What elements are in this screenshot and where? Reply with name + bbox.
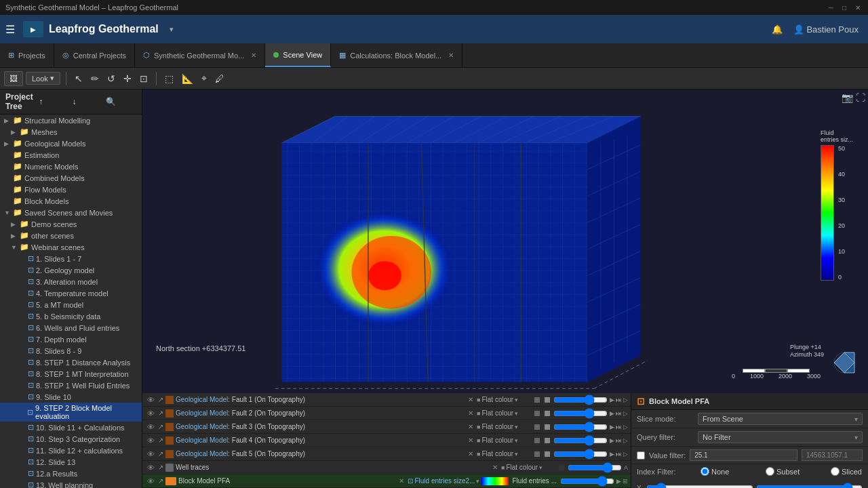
tab-calculations[interactable]: ▦ Calculations: Block Model... ✕ — [331, 43, 462, 67]
layer-play-icon[interactable]: ▶ — [610, 437, 614, 444]
layer-remove-button[interactable]: ✕ — [467, 409, 475, 417]
tab-central-projects[interactable]: ◎ Central Projects — [54, 43, 135, 67]
visibility-icon[interactable]: 👁 — [145, 436, 156, 445]
layer-opacity-slider[interactable] — [568, 462, 622, 473]
tree-geological-models[interactable]: ▶ 📁 Geological Models — [0, 138, 142, 149]
close-button[interactable]: ✕ — [853, 3, 863, 12]
layer-play-icon[interactable]: ▶ — [610, 424, 614, 430]
layer-step-icon[interactable]: ⏭ — [616, 410, 622, 417]
tab-scene-view[interactable]: Scene View — [265, 43, 331, 67]
tree-estimation[interactable]: 📁 Estimation — [0, 149, 142, 161]
rotate-tool[interactable]: ↺ — [104, 72, 118, 85]
layer-end-icon[interactable]: ▷ — [623, 437, 628, 444]
tree-wells-fluid[interactable]: ⊡ 6. Wells and Fluid entries — [0, 322, 142, 333]
layer-remove-button[interactable]: ✕ — [467, 436, 475, 444]
layer-fault2[interactable]: 👁 ↗ Geological Model: Fault 2 (On Topogr… — [142, 407, 631, 420]
layer-end-icon[interactable]: ▷ — [623, 410, 628, 417]
layer-color-swatch[interactable] — [165, 450, 174, 458]
index-subset-option[interactable]: Subset — [766, 467, 827, 476]
tree-depth-model[interactable]: ⊡ 7. Depth model — [0, 333, 142, 345]
tree-combined-models[interactable]: 📁 Combined Models — [0, 172, 142, 184]
layer-color-swatch[interactable] — [165, 464, 174, 472]
layer-remove-button[interactable]: ✕ — [467, 423, 475, 430]
visibility-icon[interactable]: 👁 — [145, 409, 156, 418]
camera-icon[interactable]: 📷 — [842, 92, 853, 103]
tab-projects[interactable]: ⊞ Projects — [0, 43, 54, 67]
tree-step1-distance[interactable]: ⊡ 8. STEP 1 Distance Analysis — [0, 357, 142, 368]
layer-step-icon[interactable]: ⏭ — [616, 437, 622, 444]
dropdown-arrow-icon[interactable]: ▾ — [170, 25, 174, 34]
tree-webinar-scenes[interactable]: ▼ 📁 Webinar scenes — [0, 241, 142, 253]
user-button[interactable]: 👤 Bastien Poux — [789, 23, 863, 36]
layer-opacity-slider[interactable] — [553, 435, 608, 446]
tree-structural-modelling[interactable]: ▶ 📁 Structural Modelling — [0, 115, 142, 126]
layer-block-model-pfa[interactable]: 👁 ↗ Block Model PFA ✕ ⊡ Fluid entries si… — [142, 474, 631, 488]
layer-remove-button[interactable]: ✕ — [467, 396, 475, 403]
layer-color-swatch[interactable] — [165, 423, 174, 431]
tree-numeric-models[interactable]: 📁 Numeric Models — [0, 161, 142, 172]
index-sliced-radio[interactable] — [831, 467, 840, 476]
layer-color-swatch[interactable] — [165, 436, 174, 445]
layer-type-dropdown[interactable]: ■ Flat colour ▾ — [477, 436, 531, 444]
tree-slide13[interactable]: ⊡ 12. Slide 13 — [0, 456, 142, 468]
move-tool[interactable]: ✛ — [121, 72, 134, 85]
value-filter-max[interactable]: 14563.1057.1 — [802, 449, 863, 461]
layer-step-icon[interactable]: ⏭ — [616, 424, 622, 430]
layer-remove-button[interactable]: ✕ — [467, 450, 475, 458]
nav-cube[interactable] — [827, 346, 861, 380]
sidebar-down-icon[interactable]: ↓ — [73, 97, 103, 106]
cursor-tool[interactable]: ↖ — [72, 72, 85, 85]
query-filter-dropdown[interactable]: No Filter ▾ — [698, 431, 863, 443]
layer-step-icon[interactable]: ⏭ — [616, 396, 622, 403]
layer-opacity-slider[interactable] — [560, 476, 614, 487]
tree-mt-model[interactable]: ⊡ 5. a MT model — [0, 299, 142, 310]
layer-end-icon[interactable]: ▷ — [623, 396, 628, 403]
tree-step3-categorization[interactable]: ⊡ 10. Step 3 Categorization — [0, 433, 142, 445]
layer-end-icon[interactable]: ▷ — [623, 451, 628, 458]
layer-fault4[interactable]: 👁 ↗ Geological Model: Fault 4 (On Topogr… — [142, 434, 631, 447]
tree-slides-1-7[interactable]: ⊡ 1. Slides 1 - 7 — [0, 253, 142, 264]
visibility-icon[interactable]: 👁 — [145, 396, 156, 404]
tree-demo-scenes[interactable]: ▶ 📁 Demo scenes — [0, 218, 142, 230]
tree-step1-mt[interactable]: ⊡ 8. STEP 1 MT Interpretation — [0, 368, 142, 380]
x-range-slider-2[interactable] — [756, 483, 863, 488]
tree-meshes[interactable]: ▶ 📁 Meshes — [0, 126, 142, 138]
expand-icon[interactable]: ⛶ — [856, 92, 865, 103]
tree-slide-10[interactable]: ⊡ 9. Slide 10 — [0, 391, 142, 403]
notification-button[interactable]: 🔔 — [768, 23, 787, 36]
layer-opacity-slider[interactable] — [553, 449, 608, 460]
look-button[interactable]: Look ▾ — [26, 72, 60, 85]
value-filter-checkbox[interactable] — [637, 451, 645, 460]
tree-results[interactable]: ⊡ 12.a Results — [0, 468, 142, 479]
layer-type-dropdown[interactable]: ■ Flat colour ▾ — [477, 450, 531, 458]
index-sliced-option[interactable]: Sliced — [831, 467, 868, 476]
layer-grid-icon[interactable]: ⊞ — [623, 478, 628, 485]
value-filter-min[interactable]: 25.1 — [690, 449, 797, 461]
layer-fault3[interactable]: 👁 ↗ Geological Model: Fault 3 (On Topogr… — [142, 420, 631, 434]
layer-fault1[interactable]: 👁 ↗ Geological Model: Fault 1 (On Topogr… — [142, 393, 631, 407]
layer-opacity-slider[interactable] — [553, 422, 608, 432]
select-tool[interactable]: ⬚ — [162, 72, 176, 85]
layer-fault5[interactable]: 👁 ↗ Geological Model: Fault 5 (On Topogr… — [142, 447, 631, 461]
tree-saved-scenes[interactable]: ▼ 📁 Saved Scenes and Movies — [0, 207, 142, 218]
layer-opacity-slider[interactable] — [553, 408, 608, 419]
visibility-icon[interactable]: 👁 — [145, 464, 156, 472]
layer-type-dropdown[interactable]: ■ Flat colour ▾ — [501, 464, 555, 471]
tree-geology-model[interactable]: ⊡ 2. Geology model — [0, 264, 142, 276]
tree-alteration-model[interactable]: ⊡ 3. Alteration model — [0, 276, 142, 287]
layer-text-icon[interactable]: A — [624, 464, 628, 471]
tab-model-close[interactable]: ✕ — [251, 52, 256, 59]
layer-type-dropdown[interactable]: ■ Flat colour ▾ — [477, 409, 531, 417]
layer-opacity-slider[interactable] — [553, 394, 608, 405]
tree-well-planning[interactable]: ⊡ 13. Well planning — [0, 479, 142, 488]
layer-color-swatch[interactable] — [165, 396, 174, 404]
slice-mode-dropdown[interactable]: From Scene ▾ — [698, 413, 863, 425]
layer-type-dropdown[interactable]: ■ Flat colour ▾ — [477, 423, 531, 430]
tree-slide11-calc[interactable]: ⊡ 10. Slide 11 + Calculations — [0, 422, 142, 433]
tree-seismicity-data[interactable]: ⊡ 5. b Seismicity data — [0, 310, 142, 322]
layer-play-icon[interactable]: ▶ — [610, 451, 614, 458]
layer-play-icon[interactable]: ▶ — [610, 396, 614, 403]
visibility-icon[interactable]: 👁 — [145, 477, 156, 485]
sidebar-search-icon[interactable]: 🔍 — [106, 97, 136, 106]
x-range-slider[interactable] — [646, 483, 753, 488]
